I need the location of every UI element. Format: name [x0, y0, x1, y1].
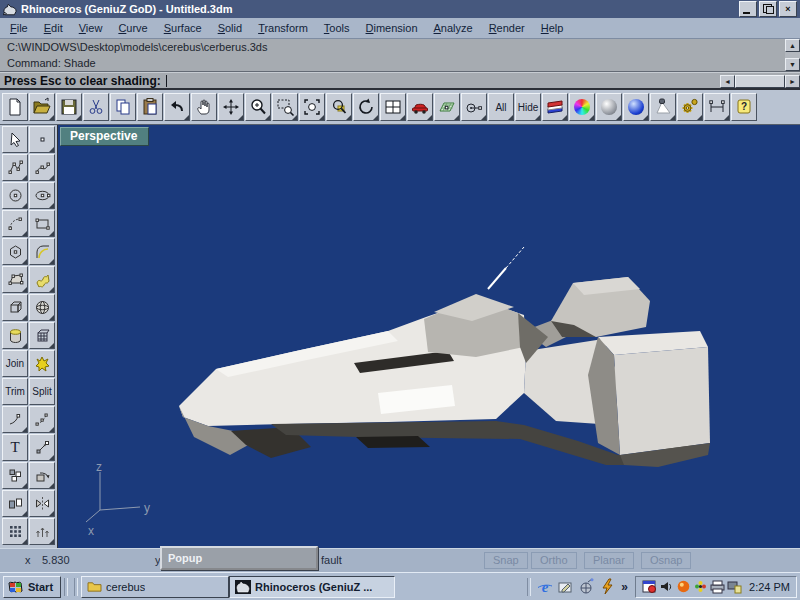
viewport-layout-button[interactable] [380, 93, 406, 121]
render-button[interactable] [596, 93, 622, 121]
box-button[interactable] [2, 294, 28, 321]
menu-surface[interactable]: Surface [156, 19, 210, 37]
trim-button[interactable]: Trim [2, 378, 28, 405]
task-button-cerebus[interactable]: cerebus [81, 576, 229, 598]
shade-button[interactable] [623, 93, 649, 121]
spotlight-button[interactable] [650, 93, 676, 121]
scroll-right-icon[interactable]: ► [785, 75, 800, 88]
surface-points-button[interactable] [2, 266, 28, 293]
arc-button[interactable] [2, 210, 28, 237]
mesh-plane-button[interactable] [434, 93, 460, 121]
fillet-button[interactable] [29, 238, 55, 265]
menu-solid[interactable]: Solid [210, 19, 250, 37]
restore-button[interactable] [759, 1, 777, 17]
layers-button[interactable] [542, 93, 568, 121]
hide-button[interactable]: Hide [515, 93, 541, 121]
rectangle-button[interactable] [29, 210, 55, 237]
start-button[interactable]: Start [3, 576, 61, 598]
rotate-view-button[interactable] [218, 93, 244, 121]
menu-dimension[interactable]: Dimension [358, 19, 426, 37]
set-view-button[interactable] [461, 93, 487, 121]
menu-render[interactable]: Render [481, 19, 533, 37]
close-button[interactable]: × [779, 1, 797, 17]
flip-button[interactable] [29, 490, 55, 517]
snap-toggle[interactable]: Snap [484, 552, 528, 569]
help-button[interactable]: ? [731, 93, 757, 121]
point-button[interactable] [29, 126, 55, 153]
split-button[interactable]: Split [29, 378, 55, 405]
text-tool-button[interactable]: T [2, 434, 28, 461]
patch-surface-button[interactable] [29, 266, 55, 293]
command-history-scrollbar[interactable]: ▲ ▼ [785, 39, 800, 71]
undo-button[interactable] [164, 93, 190, 121]
menu-tools[interactable]: Tools [316, 19, 358, 37]
zoom-dynamic-button[interactable] [245, 93, 271, 121]
pan-view-button[interactable] [191, 93, 217, 121]
scroll-up-icon[interactable]: ▲ [785, 39, 800, 52]
menu-curve[interactable]: Curve [110, 19, 155, 37]
move-button[interactable] [29, 434, 55, 461]
quicklaunch-winamp-icon[interactable] [597, 577, 618, 597]
dimension-button[interactable] [704, 93, 730, 121]
osnap-toggle[interactable]: Osnap [641, 552, 691, 569]
extend-curve-button[interactable] [2, 406, 28, 433]
rotate-button[interactable] [29, 462, 55, 489]
circle-button[interactable] [2, 182, 28, 209]
scroll-left-icon[interactable]: ◄ [720, 75, 735, 88]
color-wheel-button[interactable] [569, 93, 595, 121]
scrollbar-thumb[interactable] [735, 75, 785, 88]
minimize-button[interactable] [739, 1, 757, 17]
explode-button[interactable] [29, 350, 55, 377]
viewport-title[interactable]: Perspective [60, 127, 149, 146]
tray-volume-icon[interactable] [659, 579, 674, 594]
layer-pane-text[interactable]: fault [321, 554, 342, 566]
quicklaunch-overflow-chevron[interactable]: » [618, 580, 631, 594]
menu-view[interactable]: View [71, 19, 111, 37]
cylinder-button[interactable] [2, 322, 28, 349]
command-prompt-bar[interactable]: Press Esc to clear shading: ◄ ► [0, 72, 800, 90]
ellipse-button[interactable] [29, 182, 55, 209]
new-file-button[interactable] [2, 93, 28, 121]
taskbar-clock[interactable]: 2:24 PM [749, 581, 790, 593]
prompt-scrollbar[interactable]: ◄ ► [720, 74, 800, 89]
zoom-selected-button[interactable] [326, 93, 352, 121]
extrude-button[interactable] [29, 518, 55, 545]
zoom-window-button[interactable] [272, 93, 298, 121]
zoom-all-button[interactable]: All [488, 93, 514, 121]
task-button-rhinoceros[interactable]: Rhinoceros (GeniuZ ... [229, 576, 395, 598]
zoom-extents-button[interactable] [299, 93, 325, 121]
quicklaunch-satellite-icon[interactable] [576, 577, 597, 597]
quicklaunch-desktop-icon[interactable] [555, 577, 576, 597]
menu-help[interactable]: Help [533, 19, 572, 37]
cut-button[interactable] [83, 93, 109, 121]
perspective-viewport[interactable]: Perspective z y x [57, 125, 800, 548]
tray-icq-icon[interactable] [693, 579, 708, 594]
planar-toggle[interactable]: Planar [584, 552, 634, 569]
join-button[interactable]: Join [2, 350, 28, 377]
popup-toolbar[interactable]: Popup [160, 546, 318, 570]
tray-scheduler-icon[interactable] [642, 579, 657, 594]
curve-button[interactable] [29, 154, 55, 181]
quicklaunch-ie-icon[interactable]: e [534, 577, 555, 597]
copy-objects-button[interactable] [2, 462, 28, 489]
scroll-down-icon[interactable]: ▼ [785, 58, 800, 71]
tray-printer-icon[interactable] [710, 579, 725, 594]
menu-file[interactable]: File [2, 19, 36, 37]
paste-button[interactable] [137, 93, 163, 121]
menu-analyze[interactable]: Analyze [426, 19, 481, 37]
sphere-button[interactable] [29, 294, 55, 321]
polygon-button[interactable] [2, 238, 28, 265]
tray-agent-icon[interactable] [676, 579, 691, 594]
mirror-button[interactable] [2, 490, 28, 517]
array-button[interactable] [2, 518, 28, 545]
open-file-button[interactable] [29, 93, 55, 121]
copy-button[interactable] [110, 93, 136, 121]
rebuild-curve-button[interactable] [29, 406, 55, 433]
title-bar[interactable]: Rhinoceros (GeniuZ GoD) - Untitled.3dm × [0, 0, 800, 18]
move-car-button[interactable] [407, 93, 433, 121]
polyline-button[interactable] [2, 154, 28, 181]
mesh-box-button[interactable] [29, 322, 55, 349]
tray-display-icon[interactable] [727, 579, 742, 594]
undo-view-button[interactable] [353, 93, 379, 121]
ortho-toggle[interactable]: Ortho [531, 552, 577, 569]
